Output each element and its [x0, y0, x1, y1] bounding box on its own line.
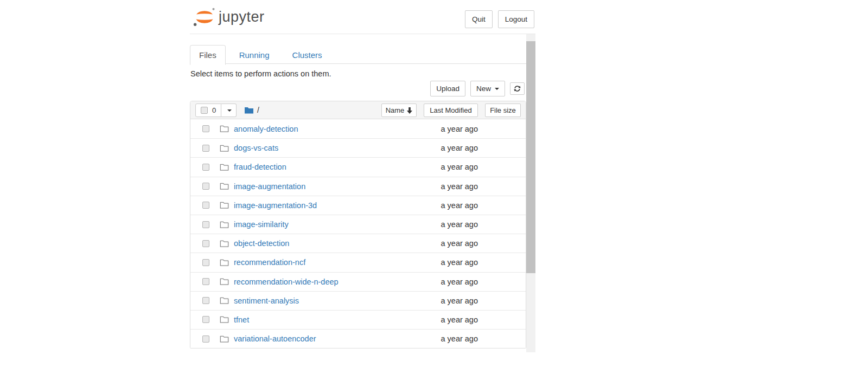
folder-link[interactable]: image-similarity	[234, 220, 289, 229]
breadcrumb-root[interactable]: /	[257, 106, 259, 114]
tab-running[interactable]: Running	[230, 45, 279, 65]
table-row: recommendation-ncf a year ago	[190, 253, 526, 272]
vertical-scrollbar[interactable]	[526, 34, 535, 352]
logo-wordmark: jupyter	[219, 9, 265, 25]
new-dropdown-label: New	[476, 83, 491, 94]
folder-outline-icon	[220, 296, 229, 305]
table-row: image-augmentation a year ago	[190, 177, 526, 196]
row-checkbox[interactable]	[202, 125, 209, 132]
last-modified-value: a year ago	[441, 182, 478, 191]
folder-link[interactable]: anomaly-detection	[234, 125, 298, 133]
last-modified-value: a year ago	[441, 277, 478, 286]
row-checkbox[interactable]	[202, 164, 209, 171]
select-all-button[interactable]: 0	[195, 104, 221, 117]
chevron-down-icon	[495, 88, 499, 90]
file-list: 0 / N	[190, 101, 526, 348]
last-modified-value: a year ago	[441, 258, 478, 267]
folder-outline-icon	[220, 277, 229, 286]
folder-outline-icon	[220, 201, 229, 209]
table-row: anomaly-detection a year ago	[190, 119, 526, 138]
last-modified-value: a year ago	[441, 201, 478, 210]
table-row: image-augmentation-3d a year ago	[190, 196, 526, 215]
site: FilesRunningClusters Select items to per…	[190, 34, 526, 352]
breadcrumb: /	[244, 101, 259, 119]
quit-button[interactable]: Quit	[465, 10, 493, 28]
last-modified-value: a year ago	[441, 163, 478, 171]
row-checkbox[interactable]	[202, 259, 209, 266]
folder-link[interactable]: variational-autoencoder	[234, 334, 316, 343]
last-modified-value: a year ago	[441, 315, 478, 324]
folder-outline-icon	[220, 315, 229, 324]
table-row: variational-autoencoder a year ago	[190, 329, 526, 348]
row-checkbox[interactable]	[202, 335, 209, 343]
tab-files[interactable]: Files	[190, 45, 226, 65]
scrollbar-thumb[interactable]	[526, 41, 535, 273]
tab-clusters[interactable]: Clusters	[283, 45, 331, 65]
upload-button[interactable]: Upload	[430, 81, 465, 96]
folder-outline-icon	[220, 182, 229, 190]
folder-outline-icon	[220, 163, 229, 171]
folder-icon[interactable]	[244, 106, 254, 114]
logout-button[interactable]: Logout	[498, 10, 534, 28]
sort-last-modified-button[interactable]: Last Modified	[424, 104, 478, 117]
table-row: dogs-vs-cats a year ago	[190, 138, 526, 157]
jupyter-logo[interactable]: jupyter	[193, 7, 265, 27]
folder-outline-icon	[220, 240, 229, 248]
table-row: object-detection a year ago	[190, 234, 526, 253]
toolbar: Upload New	[430, 81, 525, 96]
arrow-down-icon	[407, 107, 412, 114]
folder-link[interactable]: object-detection	[234, 239, 289, 248]
row-checkbox[interactable]	[202, 297, 209, 304]
folder-link[interactable]: recommendation-wide-n-deep	[234, 277, 339, 286]
header-buttons: Quit Logout	[465, 10, 534, 28]
last-modified-value: a year ago	[441, 125, 478, 133]
row-checkbox[interactable]	[202, 183, 209, 190]
folder-link[interactable]: dogs-vs-cats	[234, 144, 278, 152]
folder-link[interactable]: recommendation-ncf	[234, 258, 305, 267]
sort-size-label: File size	[490, 106, 516, 114]
row-checkbox[interactable]	[202, 145, 209, 152]
select-all-group: 0	[195, 104, 237, 117]
app-header: jupyter Quit Logout	[190, 0, 535, 34]
tab-bar: FilesRunningClusters	[190, 44, 526, 64]
row-checkbox[interactable]	[202, 278, 209, 285]
folder-link[interactable]: tfnet	[234, 315, 249, 324]
jupyter-logo-icon	[193, 7, 216, 27]
folder-link[interactable]: image-augmentation-3d	[234, 201, 317, 210]
sort-name-button[interactable]: Name	[381, 104, 417, 117]
last-modified-value: a year ago	[441, 296, 478, 305]
folder-link[interactable]: image-augmentation	[234, 182, 305, 191]
folder-link[interactable]: fraud-detection	[234, 163, 286, 171]
folder-outline-icon	[220, 335, 229, 343]
refresh-icon	[514, 85, 521, 92]
row-checkbox[interactable]	[202, 316, 209, 323]
select-dropdown-button[interactable]	[221, 104, 237, 117]
table-row: fraud-detection a year ago	[190, 157, 526, 176]
table-row: image-similarity a year ago	[190, 215, 526, 234]
select-all-checkbox[interactable]	[201, 107, 208, 114]
file-rows: anomaly-detection a year ago dogs-vs-cat…	[190, 119, 526, 348]
table-row: recommendation-wide-n-deep a year ago	[190, 272, 526, 291]
selected-count: 0	[212, 106, 216, 114]
last-modified-value: a year ago	[441, 239, 478, 248]
folder-outline-icon	[220, 259, 229, 267]
new-dropdown-button[interactable]: New	[470, 81, 505, 96]
table-row: tfnet a year ago	[190, 310, 526, 329]
select-items-message: Select items to perform actions on them.	[190, 69, 331, 78]
folder-outline-icon	[220, 221, 229, 229]
row-checkbox[interactable]	[202, 221, 209, 228]
last-modified-value: a year ago	[441, 144, 478, 152]
screen: jupyter Quit Logout FilesRunningClusters…	[0, 0, 868, 368]
chevron-down-icon	[227, 109, 232, 112]
browser-viewport: jupyter Quit Logout FilesRunningClusters…	[190, 0, 535, 368]
sort-name-label: Name	[386, 106, 405, 114]
list-header: 0 / N	[190, 101, 526, 119]
refresh-button[interactable]	[510, 82, 525, 95]
folder-outline-icon	[220, 125, 229, 133]
table-row: sentiment-analysis a year ago	[190, 291, 526, 310]
folder-link[interactable]: sentiment-analysis	[234, 296, 299, 305]
last-modified-value: a year ago	[441, 220, 478, 229]
row-checkbox[interactable]	[202, 202, 209, 209]
sort-file-size-button[interactable]: File size	[485, 104, 521, 117]
row-checkbox[interactable]	[202, 240, 209, 247]
